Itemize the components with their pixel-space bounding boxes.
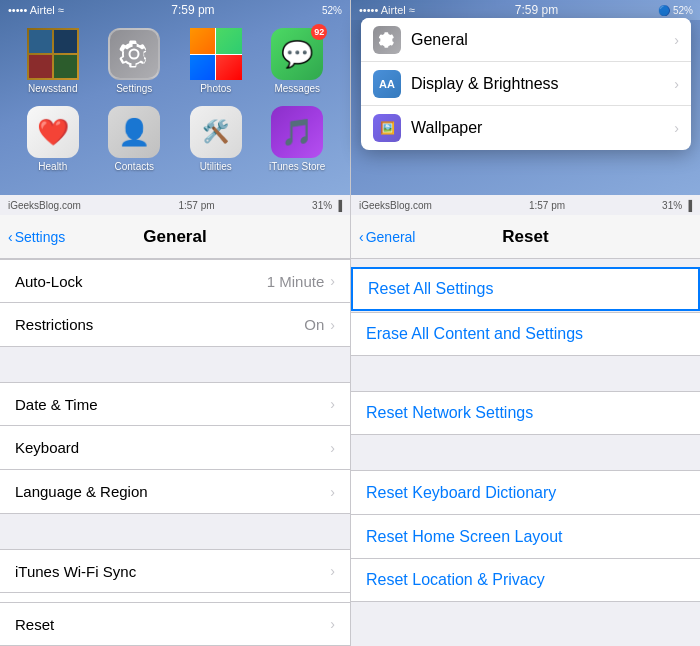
keyboard-label: Keyboard [15,439,79,456]
section-spacer-2 [0,514,350,549]
messages-app-icon[interactable]: 💬 92 Messages [267,28,327,94]
settings-app-icon[interactable]: Settings [104,28,164,94]
home-screen: ••••• Airtel ≈ 7:59 pm 52% Newsstand [0,0,350,195]
newsstand-app-icon[interactable]: Newsstand [23,28,83,94]
overlay-general-left: General [373,26,468,54]
keyboard-cell[interactable]: Keyboard › [0,426,350,470]
app-icons-row-1: Newsstand Settings [0,20,350,98]
reset-home-screen-cell[interactable]: Reset Home Screen Layout [351,514,700,558]
newsstand-grid [27,28,79,80]
left-home-carrier: ••••• Airtel ≈ [8,4,64,16]
left-home-battery: 52% [322,5,342,16]
auto-lock-chevron: › [330,273,335,289]
itunes-label: iTunes Store [269,161,325,172]
itunes-wifi-label: iTunes Wi-Fi Sync [15,563,136,580]
general-gear-icon [373,26,401,54]
photos-app-icon[interactable]: Photos [186,28,246,94]
right-settings-battery: 31% ▐ [662,200,692,211]
itunes-wifi-value-group: › [330,563,335,579]
settings-icon-bg [108,28,160,80]
newsstand-icon-bg [27,28,79,80]
erase-all-content-label: Erase All Content and Settings [366,325,583,343]
section-spacer-1 [0,347,350,382]
reset-list: Reset All Settings Erase All Content and… [351,259,700,646]
keyboard-value-group: › [330,440,335,456]
itunes-wifi-cell[interactable]: iTunes Wi-Fi Sync › [0,549,350,593]
language-region-value-group: › [330,484,335,500]
photo-tile-1 [190,28,216,54]
reset-all-settings-label: Reset All Settings [368,280,493,298]
settings-back-button[interactable]: ‹ Settings [8,229,65,245]
settings-section-1: Auto-Lock 1 Minute › Restrictions On › [0,259,350,347]
general-back-label: General [366,229,416,245]
settings-section-2: Date & Time › Keyboard › Language & Regi… [0,382,350,514]
reset-spacer-1 [351,356,700,391]
reset-bottom-label: Reset [15,616,54,633]
date-time-chevron: › [330,396,335,412]
overlay-wallpaper-chevron: › [674,120,679,136]
messages-label: Messages [274,83,320,94]
language-region-label: Language & Region [15,483,148,500]
photos-icon-bg [190,28,242,80]
reset-bottom-chevron: › [330,616,335,632]
reset-keyboard-cell[interactable]: Reset Keyboard Dictionary [351,470,700,514]
overlay-general-label: General [411,31,468,49]
overlay-general-chevron: › [674,32,679,48]
overlay-display-item[interactable]: AA Display & Brightness › [361,62,691,106]
overlay-wallpaper-item[interactable]: 🖼️ Wallpaper › [361,106,691,150]
restrictions-chevron: › [330,317,335,333]
settings-dropdown-overlay: General › AA Display & Brightness › 🖼️ W… [361,18,691,150]
date-time-value-group: › [330,396,335,412]
date-time-cell[interactable]: Date & Time › [0,382,350,426]
left-home-status-bar: ••••• Airtel ≈ 7:59 pm 52% [0,0,350,20]
right-nav-title: Reset [502,227,548,247]
gear-icon-small [378,31,396,49]
left-battery-value: 31% [312,200,332,211]
newsstand-tile-3 [29,55,52,78]
erase-all-content-cell[interactable]: Erase All Content and Settings [351,312,700,356]
itunes-app-icon[interactable]: 🎵 iTunes Store [267,106,327,172]
left-settings-status-bar: iGeeksBlog.com 1:57 pm 31% ▐ [0,195,350,215]
reset-location-cell[interactable]: Reset Location & Privacy [351,558,700,602]
restrictions-value-group: On › [304,316,335,333]
reset-home-screen-label: Reset Home Screen Layout [366,528,563,546]
battery-percent: 52% [322,5,342,16]
reset-all-settings-cell[interactable]: Reset All Settings [351,267,700,311]
language-region-cell[interactable]: Language & Region › [0,470,350,514]
right-home-battery: 🔵 52% [658,5,693,16]
reset-bottom-cell[interactable]: Reset › [0,602,350,646]
general-back-button[interactable]: ‹ General [359,229,415,245]
health-icon-bg: ❤️ [27,106,79,158]
restrictions-label: Restrictions [15,316,93,333]
restrictions-cell[interactable]: Restrictions On › [0,303,350,347]
utilities-app-icon[interactable]: 🛠️ Utilities [186,106,246,172]
photos-grid [190,28,242,80]
reset-keyboard-label: Reset Keyboard Dictionary [366,484,556,502]
contacts-label: Contacts [115,161,154,172]
itunes-icon-bg: 🎵 [271,106,323,158]
newsstand-tile-1 [29,30,52,53]
left-home-time: 7:59 pm [171,3,214,17]
right-settings-carrier: iGeeksBlog.com [359,200,432,211]
reset-network-cell[interactable]: Reset Network Settings [351,391,700,435]
left-settings-list: Auto-Lock 1 Minute › Restrictions On › D… [0,259,350,646]
health-app-icon[interactable]: ❤️ Health [23,106,83,172]
right-nav-bar: ‹ General Reset [351,215,700,259]
contacts-app-icon[interactable]: 👤 Contacts [104,106,164,172]
right-home-status-bar: ••••• Airtel ≈ 7:59 pm 🔵 52% [351,0,700,20]
itunes-wifi-chevron: › [330,563,335,579]
messages-badge: 92 [311,24,327,40]
overlay-wallpaper-label: Wallpaper [411,119,482,137]
photos-label: Photos [200,83,231,94]
overlay-general-item[interactable]: General › [361,18,691,62]
right-home-carrier: ••••• Airtel ≈ [359,4,415,16]
left-settings-time: 1:57 pm [178,200,214,211]
overlay-display-left: AA Display & Brightness [373,70,559,98]
right-home-time: 7:59 pm [515,3,558,17]
reset-location-label: Reset Location & Privacy [366,571,545,589]
auto-lock-cell[interactable]: Auto-Lock 1 Minute › [0,259,350,303]
back-chevron-icon: ‹ [8,229,13,245]
left-settings-carrier: iGeeksBlog.com [8,200,81,211]
newsstand-tile-4 [54,55,77,78]
right-settings-status-bar: iGeeksBlog.com 1:57 pm 31% ▐ [351,195,700,215]
